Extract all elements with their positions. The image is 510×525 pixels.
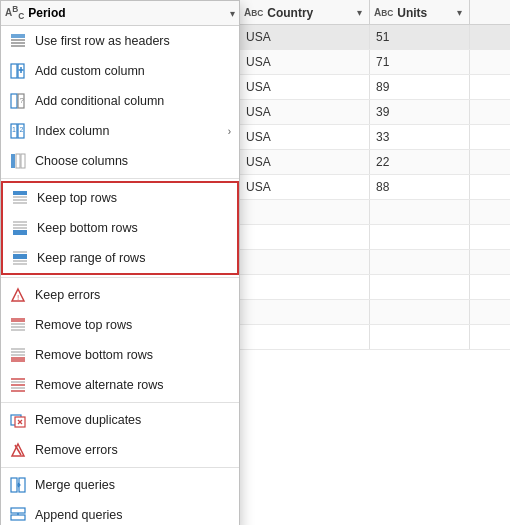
menu-item-remove-alternate-rows[interactable]: Remove alternate rows	[1, 370, 239, 400]
menu-item-remove-duplicates[interactable]: Remove duplicates	[1, 405, 239, 435]
svg-text:!: !	[17, 293, 19, 302]
cell-units	[370, 200, 470, 224]
units-filter-button[interactable]: ▾	[454, 6, 465, 19]
divider-4	[1, 467, 239, 468]
menu-item-add-custom-column[interactable]: Add custom column	[1, 56, 239, 86]
cell-country: USA	[240, 100, 370, 124]
svg-rect-21	[13, 202, 27, 204]
svg-rect-27	[13, 254, 27, 259]
svg-rect-3	[11, 45, 25, 47]
cell-country: USA	[240, 25, 370, 49]
cell-units: 39	[370, 100, 470, 124]
svg-rect-23	[13, 224, 27, 226]
first-row-header-label: Use first row as headers	[35, 34, 231, 48]
cell-units	[370, 325, 470, 349]
svg-rect-41	[11, 384, 25, 386]
add-custom-column-icon	[9, 62, 27, 80]
merge-queries-label: Merge queries	[35, 478, 231, 492]
svg-rect-52	[11, 515, 25, 520]
svg-rect-38	[11, 357, 25, 362]
keep-top-rows-icon	[11, 189, 29, 207]
keep-bottom-rows-label: Keep bottom rows	[37, 221, 229, 235]
keep-top-rows-label: Keep top rows	[37, 191, 229, 205]
cell-units	[370, 225, 470, 249]
svg-rect-0	[11, 34, 25, 38]
remove-top-rows-icon	[9, 316, 27, 334]
keep-range-of-rows-label: Keep range of rows	[37, 251, 229, 265]
menu-item-index-column[interactable]: 1 2 Index column ›	[1, 116, 239, 146]
svg-rect-4	[11, 64, 17, 78]
svg-rect-51	[11, 508, 25, 513]
cell-units	[370, 275, 470, 299]
menu-item-remove-top-rows[interactable]: Remove top rows	[1, 310, 239, 340]
keep-errors-label: Keep errors	[35, 288, 231, 302]
remove-alternate-rows-label: Remove alternate rows	[35, 378, 231, 392]
menu-item-merge-queries[interactable]: Merge queries	[1, 470, 239, 500]
cell-units: 88	[370, 175, 470, 199]
menu-header-icon: ABC	[5, 4, 24, 21]
cell-units: 89	[370, 75, 470, 99]
svg-rect-49	[11, 478, 17, 492]
cell-country	[240, 325, 370, 349]
svg-rect-8	[11, 94, 17, 108]
menu-item-keep-range-of-rows[interactable]: Keep range of rows	[3, 243, 237, 273]
index-column-arrow: ›	[228, 126, 231, 137]
svg-rect-29	[13, 263, 27, 265]
menu-item-first-row-header[interactable]: Use first row as headers	[1, 26, 239, 56]
cell-country	[240, 275, 370, 299]
cell-country	[240, 225, 370, 249]
svg-rect-17	[21, 154, 25, 168]
cell-units: 71	[370, 50, 470, 74]
menu-item-append-queries[interactable]: Append queries	[1, 500, 239, 525]
divider-3	[1, 402, 239, 403]
first-row-icon	[9, 32, 27, 50]
units-col-label: Units	[397, 6, 450, 20]
divider-1	[1, 178, 239, 179]
menu-item-add-conditional-column[interactable]: ? Add conditional column	[1, 86, 239, 116]
menu-item-keep-top-rows[interactable]: Keep top rows	[3, 183, 237, 213]
column-header-units: ABC Units ▾	[370, 0, 470, 25]
svg-text:1: 1	[12, 126, 16, 133]
main-container: ABC Period ▾ ABC Country ▾ ABC Units ▾ U…	[0, 0, 510, 525]
cell-country: USA	[240, 175, 370, 199]
append-queries-icon	[9, 506, 27, 524]
svg-rect-42	[11, 387, 25, 389]
menu-item-keep-errors[interactable]: ! Keep errors	[1, 280, 239, 310]
cell-country	[240, 250, 370, 274]
cell-country: USA	[240, 75, 370, 99]
country-col-label: Country	[267, 6, 350, 20]
remove-errors-icon	[9, 441, 27, 459]
svg-rect-28	[13, 260, 27, 262]
svg-rect-20	[13, 199, 27, 201]
cell-country: USA	[240, 50, 370, 74]
svg-rect-43	[11, 390, 25, 392]
svg-text:2: 2	[20, 126, 24, 133]
menu-item-remove-errors[interactable]: Remove errors	[1, 435, 239, 465]
remove-bottom-rows-icon	[9, 346, 27, 364]
svg-rect-33	[11, 326, 25, 328]
svg-rect-31	[11, 318, 25, 322]
units-col-icon: ABC	[374, 7, 393, 18]
country-filter-button[interactable]: ▾	[354, 6, 365, 19]
menu-item-remove-bottom-rows[interactable]: Remove bottom rows	[1, 340, 239, 370]
country-col-icon: ABC	[244, 7, 263, 18]
svg-rect-40	[11, 381, 25, 383]
svg-rect-22	[13, 221, 27, 223]
cell-units: 22	[370, 150, 470, 174]
svg-rect-24	[13, 227, 27, 229]
cell-units: 33	[370, 125, 470, 149]
cell-country: USA	[240, 125, 370, 149]
menu-header-dropdown-icon[interactable]: ▾	[230, 8, 235, 19]
append-queries-label: Append queries	[35, 508, 231, 522]
svg-rect-18	[13, 191, 27, 195]
svg-rect-32	[11, 323, 25, 325]
choose-columns-icon	[9, 152, 27, 170]
menu-item-choose-columns[interactable]: Choose columns	[1, 146, 239, 176]
remove-alternate-rows-icon	[9, 376, 27, 394]
svg-rect-34	[11, 329, 25, 331]
menu-header: ABC Period ▾	[1, 1, 239, 26]
menu-item-keep-bottom-rows[interactable]: Keep bottom rows	[3, 213, 237, 243]
menu-header-label: Period	[28, 6, 226, 20]
cell-country	[240, 200, 370, 224]
add-custom-column-label: Add custom column	[35, 64, 231, 78]
